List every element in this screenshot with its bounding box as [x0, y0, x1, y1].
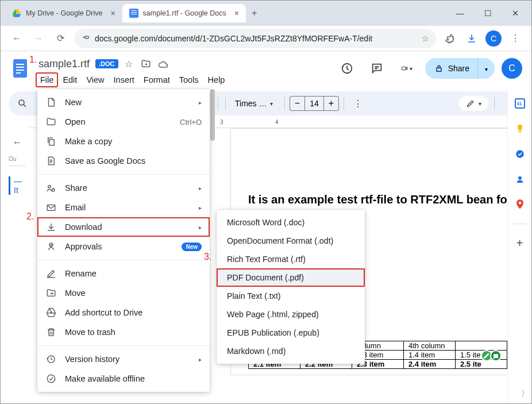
- calendar-icon[interactable]: [514, 97, 526, 110]
- menu-edit[interactable]: Edit: [59, 73, 81, 87]
- shortcut-icon: [45, 307, 57, 318]
- forward-button[interactable]: →: [30, 30, 47, 47]
- star-icon[interactable]: ☆: [122, 57, 136, 71]
- extensions-icon[interactable]: [442, 30, 458, 47]
- downloads-icon[interactable]: [464, 30, 480, 47]
- browser-menu-icon[interactable]: ⋮: [507, 30, 523, 47]
- menu-tools[interactable]: Tools: [175, 73, 203, 87]
- file-menu-trash[interactable]: Move to trash: [37, 322, 210, 342]
- download-rtf[interactable]: Rich Text Format (.rtf): [217, 250, 365, 268]
- reload-button[interactable]: ⟳: [52, 30, 68, 47]
- url-text: docs.google.com/document/d/1-ZDsGCL2wJt5…: [95, 34, 417, 43]
- table-cell[interactable]: 4th column: [404, 341, 456, 351]
- search-menus-icon[interactable]: [13, 94, 32, 113]
- close-icon[interactable]: ×: [107, 9, 115, 18]
- outline-back-icon[interactable]: ←: [9, 134, 26, 151]
- svg-point-20: [518, 176, 522, 180]
- download-icon: [45, 221, 57, 233]
- add-addon-icon[interactable]: +: [514, 237, 526, 249]
- table-cell[interactable]: [456, 341, 507, 351]
- svg-point-19: [516, 150, 524, 158]
- download-odt[interactable]: OpenDocument Format (.odt): [217, 232, 365, 250]
- ruler-mark: 3: [220, 119, 223, 125]
- more-icon[interactable]: ⋮: [349, 94, 367, 113]
- back-button[interactable]: ←: [9, 30, 25, 47]
- new-tab-button[interactable]: +: [246, 5, 263, 22]
- file-menu-email[interactable]: Email ▸: [37, 198, 210, 217]
- scrollbar-thumb[interactable]: [210, 89, 215, 141]
- file-menu-make-copy[interactable]: Make a copy: [37, 132, 210, 151]
- font-name: Times …: [235, 99, 267, 108]
- annotation-1: 1.: [29, 55, 37, 65]
- font-size-input[interactable]: 14: [304, 96, 324, 111]
- file-menu-download[interactable]: Download ▸: [37, 217, 210, 237]
- menu-view[interactable]: View: [82, 73, 108, 87]
- lock-icon: [434, 64, 444, 73]
- tasks-icon[interactable]: [514, 148, 526, 160]
- url-field[interactable]: docs.google.com/document/d/1-ZDsGCL2wJt5…: [74, 29, 436, 48]
- download-epub[interactable]: EPUB Publication (.epub): [217, 324, 365, 342]
- history-icon[interactable]: [336, 57, 358, 80]
- share-dropdown[interactable]: ▾: [477, 58, 495, 79]
- annotation-2: 2.: [26, 211, 34, 222]
- account-avatar[interactable]: C: [502, 58, 522, 79]
- download-txt[interactable]: Plain Text (.txt): [217, 287, 365, 305]
- menu-file[interactable]: File: [36, 73, 57, 87]
- file-menu-open[interactable]: Open Ctrl+O: [37, 112, 210, 132]
- svg-point-10: [19, 100, 24, 105]
- menu-insert[interactable]: Insert: [110, 73, 138, 87]
- file-menu-move[interactable]: Move: [37, 283, 210, 303]
- file-menu-approvals[interactable]: Approvals New: [37, 237, 210, 256]
- table-cell[interactable]: 1.4 item: [404, 351, 456, 360]
- ruler-mark: 4: [275, 119, 279, 125]
- move-folder-icon[interactable]: [139, 57, 153, 71]
- submenu-arrow-icon: ▸: [199, 224, 202, 230]
- file-menu-rename[interactable]: Rename: [37, 264, 210, 283]
- hide-side-panel-icon[interactable]: 〉: [521, 388, 529, 399]
- document-title[interactable]: sample1.rtf: [36, 57, 92, 71]
- outline-item[interactable]: — It: [9, 176, 26, 195]
- comments-icon[interactable]: [365, 57, 388, 80]
- share-button[interactable]: Share: [425, 58, 477, 79]
- cloud-status-icon[interactable]: [156, 57, 170, 71]
- file-menu-new[interactable]: New ▸: [37, 93, 210, 112]
- file-menu-save-as-docs[interactable]: Save as Google Docs: [37, 151, 210, 171]
- folder-icon: [45, 116, 57, 128]
- menu-format[interactable]: Format: [140, 73, 174, 87]
- download-pdf[interactable]: PDF Document (.pdf): [217, 268, 365, 287]
- font-size-increase[interactable]: +: [324, 96, 339, 111]
- edit-mode-button[interactable]: ▾: [459, 96, 488, 111]
- font-selector[interactable]: Times … ▾: [230, 97, 280, 110]
- submenu-arrow-icon: ▸: [199, 185, 202, 191]
- minimize-button[interactable]: —: [449, 5, 472, 22]
- download-md[interactable]: Markdown (.md): [217, 342, 365, 360]
- font-size-decrease[interactable]: −: [290, 96, 304, 111]
- suggestion-bubbles[interactable]: [481, 350, 502, 361]
- profile-avatar[interactable]: C: [485, 30, 502, 47]
- table-cell[interactable]: 2.4 item: [404, 360, 456, 369]
- menu-help[interactable]: Help: [204, 73, 229, 87]
- maximize-button[interactable]: ☐: [476, 5, 499, 22]
- bookmark-icon[interactable]: ☆: [422, 34, 429, 43]
- history-icon: [45, 353, 57, 365]
- browser-tab-docs[interactable]: sample1.rtf - Google Docs ×: [122, 4, 246, 22]
- close-icon[interactable]: ×: [231, 9, 239, 18]
- contacts-icon[interactable]: [514, 173, 526, 186]
- svg-rect-6: [16, 72, 21, 74]
- file-menu-share[interactable]: Share ▸: [37, 178, 210, 198]
- window-close-button[interactable]: ×: [504, 5, 527, 22]
- browser-tab-drive[interactable]: My Drive - Google Drive ×: [5, 4, 122, 22]
- doc-heading[interactable]: It is an example test rtf-file to RTF2XM…: [248, 193, 507, 206]
- file-menu-add-shortcut[interactable]: Add shortcut to Drive: [37, 303, 210, 322]
- svg-rect-3: [16, 64, 24, 65]
- keep-icon[interactable]: [514, 122, 526, 135]
- file-menu-version-history[interactable]: Version history ▸: [37, 349, 210, 369]
- site-info-icon[interactable]: [81, 33, 90, 44]
- download-docx[interactable]: Microsoft Word (.doc): [217, 213, 365, 232]
- svg-point-0: [83, 37, 84, 37]
- file-menu-offline[interactable]: Make available offline: [37, 369, 210, 388]
- maps-icon[interactable]: [514, 198, 526, 211]
- meet-button[interactable]: ▾: [395, 57, 418, 80]
- docs-logo-icon[interactable]: [10, 58, 30, 79]
- download-html[interactable]: Web Page (.html, zipped): [217, 305, 365, 324]
